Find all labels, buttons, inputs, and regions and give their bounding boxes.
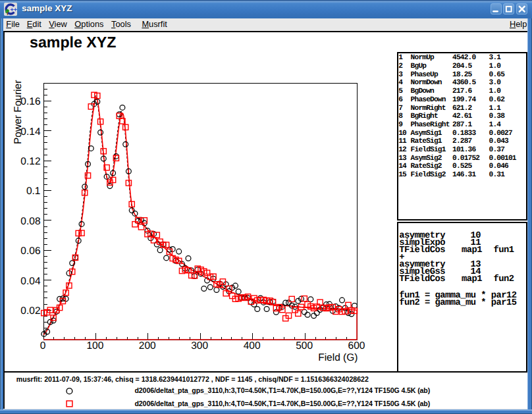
- svg-text:RateSig2: RateSig2: [411, 162, 442, 170]
- svg-text:217.6: 217.6: [452, 88, 473, 95]
- svg-text:0.00101: 0.00101: [489, 155, 517, 163]
- svg-text:4542.0: 4542.0: [452, 54, 476, 62]
- svg-text:TFieldCos: TFieldCos: [399, 274, 445, 284]
- svg-text:18.25: 18.25: [452, 71, 473, 79]
- svg-text:0.62: 0.62: [489, 96, 506, 104]
- svg-text:621.2: 621.2: [452, 105, 473, 113]
- svg-text:BgUp: BgUp: [411, 63, 427, 70]
- svg-text:FieldSig1: FieldSig1: [411, 145, 446, 154]
- svg-text:sample XYZ: sample XYZ: [30, 34, 116, 51]
- svg-text:0.12: 0.12: [20, 156, 40, 167]
- svg-text:12: 12: [398, 146, 407, 154]
- svg-text:3.1: 3.1: [489, 54, 502, 62]
- svg-text:4360.5: 4360.5: [452, 79, 476, 87]
- svg-text:0.16: 0.16: [20, 96, 40, 107]
- svg-text:AsymSig2: AsymSig2: [411, 154, 442, 163]
- svg-text:14: 14: [398, 163, 407, 170]
- svg-text:0.31: 0.31: [489, 171, 506, 179]
- svg-text:fun2: fun2: [494, 274, 514, 284]
- svg-text:300: 300: [191, 340, 208, 351]
- svg-text:100: 100: [86, 340, 103, 351]
- svg-text:0.08: 0.08: [20, 216, 40, 227]
- svg-text:NormUp: NormUp: [411, 54, 435, 62]
- svg-text:Field (G): Field (G): [318, 352, 358, 363]
- svg-text:199.74: 199.74: [452, 96, 476, 104]
- svg-text:PhaseUp: PhaseUp: [411, 70, 439, 79]
- svg-text:3.0: 3.0: [489, 79, 502, 87]
- svg-text:7: 7: [398, 105, 402, 113]
- svg-text:BgDown: BgDown: [411, 88, 435, 95]
- svg-text:0.046: 0.046: [489, 163, 510, 170]
- svg-text:TFieldCos: TFieldCos: [399, 246, 445, 255]
- svg-text:10: 10: [398, 130, 407, 138]
- svg-text:AsymSig1: AsymSig1: [411, 129, 442, 138]
- svg-text:0.02: 0.02: [20, 305, 40, 317]
- svg-text:1.1: 1.1: [489, 105, 502, 113]
- svg-text:500: 500: [296, 340, 313, 351]
- svg-text:13: 13: [398, 155, 407, 163]
- svg-text:PhaseRight: PhaseRight: [411, 120, 450, 129]
- svg-text:0.06: 0.06: [20, 246, 40, 257]
- svg-text:++: ++: [11, 7, 18, 13]
- svg-text:1.4: 1.4: [489, 121, 502, 129]
- svg-text:0.01752: 0.01752: [452, 155, 480, 163]
- svg-text:101.36: 101.36: [452, 146, 476, 154]
- svg-text:1.0: 1.0: [489, 63, 502, 70]
- svg-text:1.0: 1.0: [489, 88, 502, 95]
- svg-text:map1: map1: [462, 274, 482, 284]
- svg-text:400: 400: [244, 340, 261, 351]
- svg-text:15: 15: [398, 171, 407, 179]
- svg-text:11: 11: [398, 138, 407, 145]
- svg-text:287.1: 287.1: [452, 121, 473, 129]
- svg-text:2.287: 2.287: [452, 138, 472, 145]
- svg-text:0.65: 0.65: [489, 71, 506, 79]
- svg-text:0.043: 0.043: [489, 138, 510, 145]
- svg-text:0.0027: 0.0027: [489, 130, 512, 138]
- svg-text:600: 600: [348, 340, 365, 351]
- svg-text:0.04: 0.04: [20, 276, 41, 287]
- svg-text:200: 200: [139, 340, 156, 351]
- svg-text:42.61: 42.61: [452, 113, 473, 120]
- svg-text:NormRight: NormRight: [411, 104, 446, 113]
- svg-text:BgRight: BgRight: [411, 112, 438, 120]
- svg-text:fun2 = gamma_mu * par15: fun2 = gamma_mu * par15: [399, 298, 516, 308]
- svg-text:0: 0: [40, 340, 46, 351]
- svg-text:0.14: 0.14: [20, 126, 41, 138]
- svg-text:0.1833: 0.1833: [452, 130, 476, 138]
- svg-text:NormDown: NormDown: [411, 79, 442, 87]
- svg-text:146.31: 146.31: [452, 171, 476, 179]
- svg-text:map1: map1: [462, 246, 482, 255]
- svg-text:PhaseDown: PhaseDown: [411, 95, 446, 104]
- svg-text:FieldSig2: FieldSig2: [411, 170, 446, 179]
- svg-text:fun1: fun1: [494, 245, 514, 255]
- svg-text:0.525: 0.525: [452, 163, 473, 170]
- svg-text:0.1: 0.1: [26, 186, 41, 197]
- svg-text:RateSig1: RateSig1: [411, 137, 442, 145]
- svg-text:0.37: 0.37: [489, 146, 505, 154]
- svg-text:204.5: 204.5: [452, 63, 473, 70]
- svg-text:Power Fourier: Power Fourier: [13, 80, 24, 144]
- svg-text:0.38: 0.38: [489, 113, 506, 120]
